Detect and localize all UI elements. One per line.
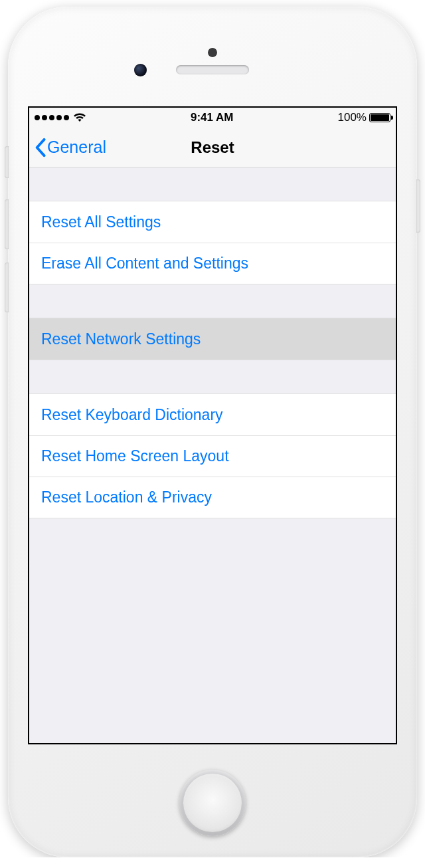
group-1: Reset All Settings Erase All Content and… (29, 201, 396, 284)
volume-down (5, 263, 9, 312)
section-spacer (29, 284, 396, 318)
row-label: Reset Keyboard Dictionary (41, 406, 223, 424)
status-time: 9:41 AM (191, 111, 234, 124)
volume-up (5, 199, 9, 249)
device-frame: 9:41 AM 100% General Reset Reset A (8, 7, 417, 857)
power-button (416, 179, 420, 233)
mute-switch (5, 146, 9, 178)
reset-network-settings[interactable]: Reset Network Settings (29, 318, 396, 360)
row-label: Erase All Content and Settings (41, 255, 248, 272)
row-label: Reset Home Screen Layout (41, 447, 229, 465)
row-label: Reset All Settings (41, 213, 161, 231)
reset-location-privacy[interactable]: Reset Location & Privacy (29, 477, 396, 518)
earpiece-speaker (176, 65, 249, 74)
battery-icon (369, 113, 390, 122)
reset-keyboard-dictionary[interactable]: Reset Keyboard Dictionary (29, 394, 396, 435)
content: Reset All Settings Erase All Content and… (29, 167, 396, 518)
status-bar: 9:41 AM 100% (29, 108, 396, 128)
group-2: Reset Network Settings (29, 318, 396, 360)
reset-home-screen-layout[interactable]: Reset Home Screen Layout (29, 435, 396, 477)
screen: 9:41 AM 100% General Reset Reset A (28, 106, 397, 744)
back-button[interactable]: General (35, 138, 106, 158)
nav-bar: General Reset (29, 128, 396, 167)
battery-percent: 100% (338, 111, 367, 124)
row-label: Reset Network Settings (41, 330, 201, 348)
signal-dots-icon (35, 115, 69, 120)
chevron-left-icon (35, 138, 46, 158)
battery-indicator: 100% (338, 111, 390, 124)
erase-all-content[interactable]: Erase All Content and Settings (29, 243, 396, 284)
row-label: Reset Location & Privacy (41, 488, 212, 506)
home-button[interactable] (179, 770, 246, 836)
group-3: Reset Keyboard Dictionary Reset Home Scr… (29, 393, 396, 518)
reset-all-settings[interactable]: Reset All Settings (29, 201, 396, 243)
section-spacer (29, 360, 396, 393)
front-camera (134, 64, 147, 76)
proximity-sensor (208, 48, 217, 57)
back-label: General (47, 138, 106, 157)
section-spacer (29, 167, 396, 201)
wifi-icon (73, 113, 86, 122)
